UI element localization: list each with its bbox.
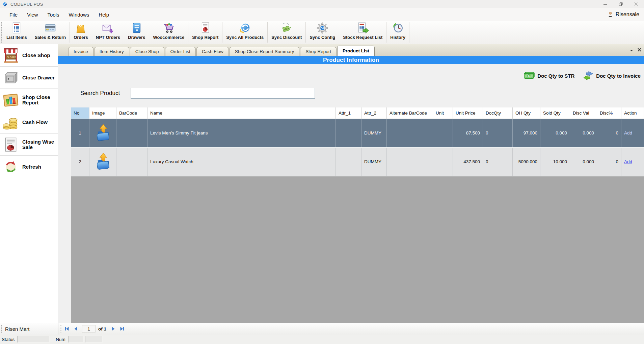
table-row[interactable]: 2 Luxury Casual Watch DUMMY 437.500 0 50… [71, 148, 644, 176]
column-header-sold-qty[interactable]: Sold Qty [540, 107, 570, 119]
cell-disc-val: 0.000 [570, 148, 597, 176]
next-page-button[interactable] [109, 325, 118, 333]
toolbar-sync-config-button[interactable]: Sync Config [306, 21, 339, 44]
menu-windows[interactable]: Windows [64, 10, 94, 20]
doc-qty-to-str-button[interactable]: $ Doc Qty to STR [524, 72, 574, 80]
tab-strip: Invoice Item History Close Shop Order Li… [58, 44, 644, 56]
status-value-box [17, 336, 50, 343]
toolbar-separator [124, 22, 124, 43]
tab-invoice[interactable]: Invoice [68, 47, 93, 56]
user-icon [608, 11, 613, 18]
column-header-oh-qty[interactable]: OH Qty [513, 107, 540, 119]
table-row[interactable]: 1 Levis Men's Simmy Fit jeans DUMMY 87.5… [71, 119, 644, 148]
column-header-attr2[interactable]: Attr_2 [361, 107, 387, 119]
add-link[interactable]: Add [624, 130, 632, 136]
column-header-image[interactable]: Image [89, 107, 116, 119]
column-header-name[interactable]: Name [147, 107, 336, 119]
transfer-arrows-icon [583, 71, 593, 80]
close-button[interactable] [628, 0, 644, 8]
cell-barcode [116, 148, 147, 176]
toolbar-label: List Items [6, 35, 27, 40]
tab-overflow-button[interactable] [630, 48, 634, 52]
tab-product-list[interactable]: Product List [337, 46, 375, 56]
strip-grip[interactable] [0, 324, 3, 333]
cell-disc-val: 0.000 [570, 119, 597, 147]
tab-close-button[interactable] [638, 48, 641, 52]
previous-page-button[interactable] [71, 325, 80, 333]
user-name: Risensale [616, 11, 639, 18]
toolbar-shop-report-button[interactable]: Shop Report [189, 21, 222, 44]
tab-cash-flow[interactable]: Cash Flow [196, 47, 229, 56]
menu-help[interactable]: Help [94, 10, 114, 20]
sidebar-item-shop-close-report[interactable]: Shop Close Report [0, 89, 58, 111]
toolbar-grip[interactable] [0, 22, 3, 43]
sidebar-item-label: Closing Wise Sale [22, 139, 58, 150]
toolbar-sales-return-button[interactable]: Sales & Return [31, 21, 69, 44]
toolbar-separator [92, 22, 92, 43]
sidebar-item-close-shop[interactable]: CLOSED Close Shop [0, 44, 58, 67]
num-lock-label: Num [56, 337, 65, 342]
page-number-input[interactable]: 1 [82, 325, 96, 333]
toolbar-drawers-button[interactable]: Drawers [125, 21, 149, 44]
coins-icon [3, 114, 19, 130]
tab-order-list[interactable]: Order List [165, 47, 196, 56]
column-header-action[interactable]: Action [621, 107, 644, 119]
report-pie-icon [199, 22, 211, 34]
tab-shop-report[interactable]: Shop Report [300, 47, 337, 56]
last-page-button[interactable] [118, 325, 127, 333]
cell-sold-qty: 0.000 [540, 119, 570, 147]
column-header-no[interactable]: No [71, 107, 89, 119]
refresh-icon [3, 159, 19, 175]
toolbar-label: Sync Discount [271, 35, 302, 40]
column-header-barcode[interactable]: BarCode [116, 107, 147, 119]
cell-unit [433, 148, 453, 176]
toolbar-sync-discount-button[interactable]: TZZA Sync Discount [268, 21, 305, 44]
toolbar-list-items-button[interactable]: List Items [3, 21, 30, 44]
toolbar-woocommerce-button[interactable]: Woocommerce [150, 21, 188, 44]
toolbar-history-button[interactable]: History [387, 21, 409, 44]
toolbar-separator [409, 22, 409, 43]
column-header-unit-price[interactable]: Unit Price [453, 107, 483, 119]
toolbar-label: Shop Report [192, 35, 218, 40]
tab-close-shop[interactable]: Close Shop [130, 47, 164, 56]
menu-file[interactable]: File [5, 10, 22, 20]
cell-no: 1 [71, 119, 89, 147]
list-items-icon [10, 22, 23, 34]
tab-item-history[interactable]: Item History [94, 47, 129, 56]
toolbar-separator [386, 22, 386, 43]
sidebar-item-close-drawer[interactable]: Close Drawer [0, 67, 58, 89]
cell-attr1 [336, 119, 361, 147]
add-link[interactable]: Add [624, 159, 632, 164]
page-title: Product Information [323, 57, 379, 64]
doc-qty-to-invoice-button[interactable]: Doc Qty to Invoice [583, 71, 641, 80]
column-header-disc-val[interactable]: Disc Val [570, 107, 597, 119]
toolbar-separator [222, 22, 222, 43]
restore-button[interactable] [613, 0, 628, 8]
sidebar-item-closing-wise-sale[interactable]: Closing Wise Sale [0, 133, 58, 156]
minimize-button[interactable] [597, 0, 613, 8]
column-header-attr1[interactable]: Attr_1 [336, 107, 361, 119]
toolbar-npt-orders-button[interactable]: NPT Orders [92, 21, 124, 44]
column-header-alternate-barcode[interactable]: Alternate BarCode [387, 107, 433, 119]
cell-name: Luxury Casual Watch [147, 148, 336, 176]
sidebar-item-cash-flow[interactable]: Cash Flow [0, 111, 58, 133]
sidebar-item-refresh[interactable]: Refresh [0, 156, 58, 178]
strip-grip[interactable] [60, 324, 62, 333]
column-header-disc-pct[interactable]: Disc% [597, 107, 621, 119]
tab-shop-close-report-summary[interactable]: Shop Close Report Summary [230, 47, 300, 56]
cell-attr1 [336, 148, 361, 176]
column-header-unit[interactable]: Unit [433, 107, 453, 119]
column-header-docqty[interactable]: DocQty [483, 107, 513, 119]
sidebar-item-label: Refresh [22, 164, 41, 170]
status-value-box [85, 336, 103, 343]
toolbar-stock-request-list-button[interactable]: Stock Request List [340, 21, 386, 44]
first-page-button[interactable] [62, 325, 71, 333]
toolbar-sync-all-products-button[interactable]: Sync All Products [223, 21, 267, 44]
menu-view[interactable]: View [22, 10, 43, 20]
menu-tools[interactable]: Tools [43, 10, 64, 20]
user-badge[interactable]: Risensale [608, 8, 639, 21]
cell-docqty: 0 [483, 119, 513, 147]
safe-icon [3, 70, 19, 86]
toolbar-orders-button[interactable]: Orders [70, 21, 91, 44]
search-product-input[interactable] [131, 88, 315, 99]
